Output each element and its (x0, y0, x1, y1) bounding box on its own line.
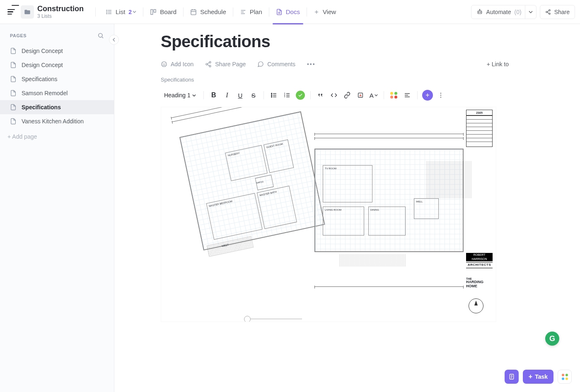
sidebar-item[interactable]: Design Concept (0, 58, 114, 72)
divider (269, 7, 269, 17)
font-button[interactable]: A (368, 89, 379, 101)
heading-select[interactable]: Heading 1 (161, 90, 199, 100)
compass-icon (469, 298, 483, 313)
ordered-list-button[interactable]: 123 (281, 89, 293, 101)
highlight-button[interactable] (388, 89, 400, 101)
new-task-button[interactable]: +Task (523, 370, 553, 384)
page-icon (10, 118, 17, 125)
menu-toggle[interactable]: 3 (5, 7, 17, 17)
align-button[interactable] (401, 89, 413, 101)
insert-button[interactable]: + (422, 89, 433, 101)
italic-button[interactable]: I (221, 89, 233, 101)
share-icon (205, 61, 212, 67)
add-view[interactable]: View (308, 0, 342, 24)
text-color-button[interactable]: A (355, 89, 366, 101)
sidebar-item[interactable]: Specifications (0, 100, 114, 114)
share-button[interactable]: Share (540, 5, 575, 19)
add-view-label: View (323, 8, 336, 15)
code-button[interactable] (328, 89, 340, 101)
view-list-label: List (116, 8, 125, 15)
view-schedule[interactable]: Schedule (184, 0, 232, 24)
view-plan[interactable]: Plan (234, 0, 268, 24)
automate-label: Automate (486, 9, 511, 15)
search-icon[interactable] (97, 32, 104, 39)
svg-point-24 (549, 10, 550, 11)
add-icon-action[interactable]: Add Icon (161, 61, 193, 67)
svg-line-28 (547, 12, 549, 13)
svg-point-35 (206, 63, 208, 65)
share-page-action[interactable]: Share Page (205, 61, 246, 67)
svg-point-32 (163, 63, 164, 64)
sidebar-item[interactable]: Samson Remodel (0, 86, 114, 100)
automate-dropdown[interactable] (525, 5, 536, 19)
svg-point-29 (99, 34, 102, 37)
notification-badge: 3 (12, 5, 19, 6)
notepad-button[interactable] (505, 370, 519, 384)
svg-point-36 (209, 65, 211, 67)
svg-point-26 (549, 13, 550, 14)
view-docs-label: Docs (286, 8, 300, 15)
divider (307, 7, 307, 17)
workspace-subtitle: 3 Lists (37, 13, 84, 19)
image-slider[interactable] (244, 319, 302, 319)
doc-main: Specifications Add Icon Share Page Comme… (114, 24, 580, 392)
view-board[interactable]: Board (144, 0, 182, 24)
apps-button[interactable] (558, 370, 572, 384)
toolbar-more[interactable] (435, 89, 447, 101)
robot-icon (476, 9, 483, 15)
svg-point-25 (546, 11, 547, 13)
sidebar-item[interactable]: Design Concept (0, 44, 114, 58)
page-icon (10, 104, 17, 111)
view-board-label: Board (160, 8, 176, 15)
folder-icon[interactable] (21, 5, 34, 19)
automate-button[interactable]: Automate (0) (471, 5, 536, 19)
svg-line-30 (102, 37, 103, 38)
sidebar-item-label: Specifications (22, 76, 57, 82)
svg-line-27 (547, 10, 549, 11)
view-plan-label: Plan (250, 8, 262, 15)
divider (143, 7, 143, 17)
link-to-action[interactable]: + Link to (487, 61, 509, 67)
notepad-icon (508, 373, 515, 380)
breadcrumb[interactable]: Specifications (161, 77, 509, 83)
svg-point-23 (479, 9, 480, 10)
share-label: Share (554, 9, 570, 15)
doc-title[interactable]: Specifications (161, 32, 509, 51)
add-page[interactable]: + Add page (0, 128, 114, 145)
workspace-title-block[interactable]: Construction 3 Lists (37, 5, 84, 19)
svg-point-58 (440, 97, 441, 98)
underline-button[interactable]: U (234, 89, 246, 101)
bullet-list-button[interactable] (268, 89, 280, 101)
sidebar-collapse[interactable] (109, 35, 119, 45)
more-actions[interactable]: ••• (307, 61, 316, 67)
divider (183, 7, 184, 17)
sidebar-item-label: Samson Remodel (22, 90, 68, 96)
bold-button[interactable]: B (208, 89, 220, 101)
divider (95, 7, 96, 17)
svg-point-57 (440, 95, 441, 96)
sidebar-item[interactable]: Vaness Kitchen Addition (0, 114, 114, 128)
floating-actions: +Task (505, 370, 572, 384)
page-icon (10, 76, 17, 82)
share-icon (545, 9, 551, 15)
svg-text:3: 3 (284, 96, 285, 98)
page-icon (10, 48, 17, 54)
view-list[interactable]: List 2 (100, 0, 142, 24)
checklist-button[interactable] (295, 89, 306, 101)
view-tabs: List 2 Board Schedule Plan Docs View (100, 0, 342, 24)
quote-button[interactable] (315, 89, 326, 101)
grammarly-badge[interactable]: G (545, 332, 559, 346)
svg-point-31 (162, 62, 167, 67)
sidebar-item[interactable]: Specifications (0, 72, 114, 86)
svg-point-41 (271, 96, 272, 97)
link-button[interactable] (341, 89, 353, 101)
sidebar-item-label: Vaness Kitchen Addition (22, 118, 84, 125)
sidebar-item-label: Specifications (22, 104, 61, 111)
svg-line-38 (208, 65, 210, 66)
strike-button[interactable]: S (248, 89, 259, 101)
sidebar-heading: PAGES (10, 33, 27, 38)
svg-rect-8 (191, 10, 196, 14)
chevron-down-icon (192, 94, 196, 97)
view-docs[interactable]: Docs (270, 0, 306, 24)
comments-action[interactable]: Comments (257, 61, 295, 67)
